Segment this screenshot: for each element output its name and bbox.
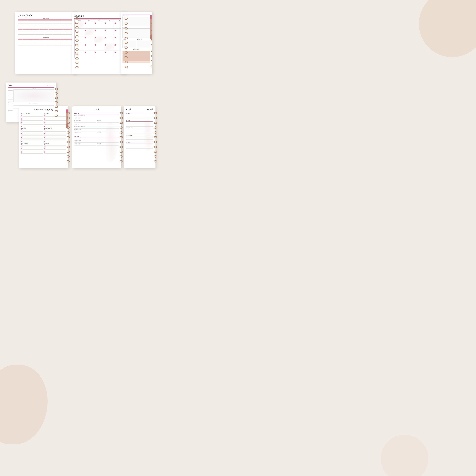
spiral-ring xyxy=(120,136,123,138)
cal-cell xyxy=(18,34,27,36)
checkbox xyxy=(44,134,45,135)
grocery-line xyxy=(21,131,43,132)
cal-header-s: S xyxy=(60,19,67,21)
time-8: 8 xyxy=(8,93,13,95)
weekly-header: Week Month xyxy=(126,108,153,111)
deli-dairy-lines xyxy=(21,114,43,127)
cal-day-cell xyxy=(94,36,104,43)
cal-cell xyxy=(27,40,35,41)
month-title: Month xyxy=(147,108,153,111)
spiral-ring xyxy=(120,117,123,119)
target-date-label-1: TARGET DATE xyxy=(74,120,96,121)
cal-cell xyxy=(52,21,60,22)
checkbox xyxy=(44,133,45,134)
goal-2-section: GOAL 2 HOW IT WILL HELP ME ACTION STEPS … xyxy=(74,124,119,134)
pantry-label: PANTRY xyxy=(21,128,43,129)
checkbox xyxy=(21,136,22,137)
cal-cell xyxy=(52,40,60,41)
cal-cell xyxy=(35,43,45,44)
cal-cell xyxy=(18,21,27,22)
checkbox xyxy=(44,141,45,141)
target-date-label-3: TARGET DATE xyxy=(74,143,96,144)
grocery-line xyxy=(44,149,66,151)
cal-cell xyxy=(60,43,67,44)
spiral-ring xyxy=(151,39,152,41)
grocery-line xyxy=(21,151,43,152)
line xyxy=(22,115,43,115)
monthly-calendar-table: MON TUE WED THU FRI xyxy=(74,19,124,58)
checkbox xyxy=(44,121,45,122)
how-help-label-1: HOW IT WILL HELP ME xyxy=(74,115,119,116)
checkbox xyxy=(44,130,45,130)
pantry-lines xyxy=(21,129,43,142)
spiral-ring xyxy=(67,112,70,114)
spiral-ring xyxy=(154,126,157,129)
reward-field-3 xyxy=(97,144,119,146)
cal-cell xyxy=(35,44,45,46)
cal-cell xyxy=(45,21,52,22)
cal-day-cell xyxy=(104,51,114,58)
spiral-ring xyxy=(125,17,128,20)
spiral-binding-7 xyxy=(153,106,158,168)
month1-title: Month 1 xyxy=(74,14,124,17)
month1-calendar-notebook: Month 1 MON TUE WED THU FRI xyxy=(72,12,126,74)
week-title: Week xyxy=(126,108,131,111)
cal-cell xyxy=(18,32,27,33)
grocery-line xyxy=(21,134,43,136)
checkbox xyxy=(21,126,22,127)
cal-cell xyxy=(27,44,35,46)
grocery-line xyxy=(44,124,66,125)
spiral-ring xyxy=(125,27,128,30)
line xyxy=(45,126,66,126)
cal-header-w: W xyxy=(35,29,45,30)
reward-label-1: REWARD xyxy=(97,120,119,121)
checkbox xyxy=(44,144,45,145)
goal-1-label: GOAL 1 xyxy=(74,113,119,114)
dow-f: F xyxy=(52,85,52,86)
cal-day-cell xyxy=(104,21,114,29)
line xyxy=(45,145,66,145)
action-steps-field-1 xyxy=(74,119,119,120)
grocery-shopping-content: Grocery Shopping DELI & DAIRY FR xyxy=(19,106,68,168)
spiral-binding-4 xyxy=(54,83,59,122)
grocery-line xyxy=(21,124,43,125)
spiral-ring xyxy=(151,50,152,52)
spiral-ring xyxy=(151,34,152,36)
spiral-ring xyxy=(154,117,157,119)
deli-dairy-label: DELI & DAIRY xyxy=(21,113,43,114)
goal-1-bottom-row: TARGET DATE REWARD xyxy=(74,120,119,123)
spiral-ring xyxy=(154,122,157,124)
spiral-ring xyxy=(55,101,58,103)
day-header-wed: WED xyxy=(94,19,104,21)
month-2-label: MONTH 2 xyxy=(17,28,74,29)
line xyxy=(22,141,43,141)
grocery-line xyxy=(21,125,43,127)
weekly-planner-notebook: Week Month MONDAY TUESDAY WEDNESDAY xyxy=(124,106,155,168)
cal-header-f: F xyxy=(52,39,60,40)
meat-fish-label: MEAT & FISH xyxy=(44,128,66,129)
quarterly-plan-title: Quarterly Plan xyxy=(17,14,74,17)
cal-cell xyxy=(52,34,60,36)
quarterly-plan-notebook: Quarterly Plan MONTH 1 M T W T F S S xyxy=(15,12,77,74)
line xyxy=(45,139,66,139)
spiral-ring xyxy=(75,57,79,60)
cal-cell xyxy=(60,44,67,46)
checkbox xyxy=(21,131,22,132)
day-header-thu: THU xyxy=(104,19,114,21)
cal-header-f: F xyxy=(52,29,60,30)
checkbox xyxy=(21,124,22,125)
cal-cell xyxy=(27,25,35,26)
spiral-ring xyxy=(154,151,157,153)
reward-col-2: REWARD xyxy=(97,131,119,134)
month-2-section: MONTH 2 MTWTFSS xyxy=(17,28,74,36)
monday-lines xyxy=(126,115,153,119)
line xyxy=(22,148,43,148)
cal-cell xyxy=(45,32,52,33)
goal-1-section: GOAL 1 HOW IT WILL HELP ME ACTION STEPS … xyxy=(74,113,119,123)
spiral-ring xyxy=(120,112,123,114)
cal-day-cell xyxy=(104,36,114,43)
grocery-line xyxy=(21,149,43,151)
checkbox xyxy=(21,119,22,120)
cal-cell xyxy=(60,25,67,26)
line xyxy=(22,118,43,118)
